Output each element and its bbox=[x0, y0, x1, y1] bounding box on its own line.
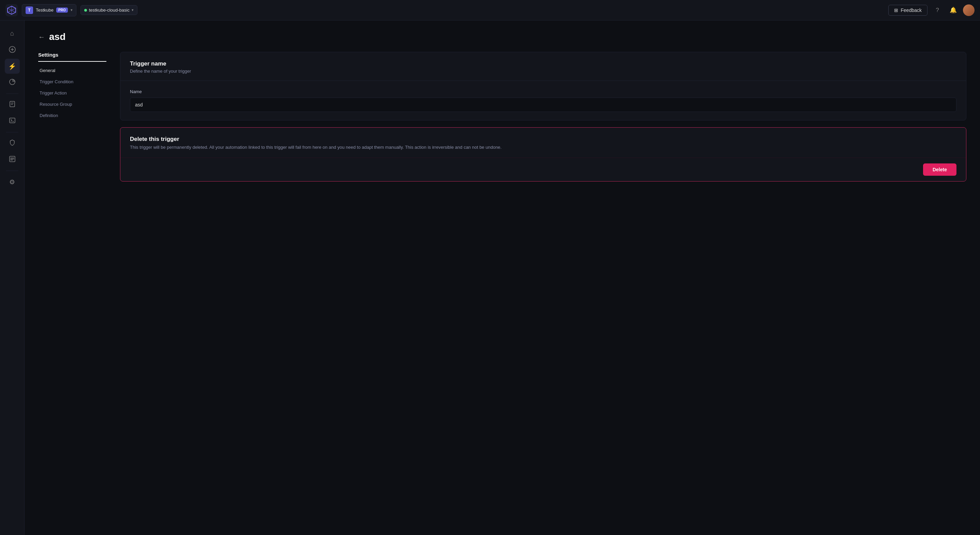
feedback-button[interactable]: ⊞ Feedback bbox=[888, 5, 928, 16]
add-icon bbox=[8, 46, 16, 54]
user-avatar[interactable] bbox=[963, 5, 975, 16]
left-nav-item-general[interactable]: General bbox=[38, 65, 107, 76]
topnav-right: ⊞ Feedback ? 🔔 bbox=[888, 5, 975, 16]
env-selector[interactable]: testkube-cloud-basic ▾ bbox=[81, 5, 137, 15]
svg-rect-4 bbox=[10, 118, 15, 123]
delete-panel-header: Delete this trigger This trigger will be… bbox=[120, 128, 966, 158]
security-icon bbox=[9, 139, 16, 148]
chevron-down-icon: ▾ bbox=[71, 8, 73, 12]
delete-button[interactable]: Delete bbox=[923, 163, 956, 176]
delete-panel: Delete this trigger This trigger will be… bbox=[120, 127, 966, 182]
help-icon: ? bbox=[935, 7, 939, 14]
sidebar-item-settings[interactable]: ⚙ bbox=[5, 174, 20, 189]
sidebar-item-triggers[interactable]: ⚡ bbox=[5, 59, 20, 74]
tests-icon bbox=[9, 101, 16, 109]
help-button[interactable]: ? bbox=[932, 5, 943, 16]
name-label: Name bbox=[130, 89, 956, 94]
sidebar-item-analytics[interactable] bbox=[5, 75, 20, 90]
page-title: asd bbox=[49, 31, 65, 42]
trigger-name-panel: Trigger name Define the name of your tri… bbox=[120, 52, 966, 120]
delete-panel-footer: Delete bbox=[120, 158, 966, 181]
main-layout: ⌂ ⚡ bbox=[0, 21, 980, 535]
sidebar-item-tests[interactable] bbox=[5, 97, 20, 112]
env-status-dot bbox=[84, 9, 87, 11]
delete-panel-description: This trigger will be permanently deleted… bbox=[130, 144, 956, 151]
trigger-name-panel-header: Trigger name Define the name of your tri… bbox=[120, 52, 966, 81]
left-nav-item-resource-group[interactable]: Resource Group bbox=[38, 99, 107, 110]
pro-badge: PRO bbox=[56, 8, 68, 13]
sidebar-item-security[interactable] bbox=[5, 136, 20, 151]
sidebar-item-logs[interactable] bbox=[5, 152, 20, 167]
org-name: Testkube bbox=[36, 8, 54, 13]
chevron-down-icon: ▾ bbox=[132, 8, 134, 12]
logo-icon[interactable] bbox=[5, 4, 18, 16]
trigger-name-panel-title: Trigger name bbox=[130, 61, 956, 67]
left-nav: Settings General Trigger Condition Trigg… bbox=[38, 52, 107, 182]
name-input[interactable] bbox=[130, 97, 956, 112]
home-icon: ⌂ bbox=[10, 30, 14, 37]
left-nav-item-definition[interactable]: Definition bbox=[38, 110, 107, 121]
topnav: T Testkube PRO ▾ testkube-cloud-basic ▾ … bbox=[0, 0, 980, 21]
sidebar-item-scripts[interactable] bbox=[5, 113, 20, 129]
trigger-name-panel-body: Name bbox=[120, 81, 966, 120]
analytics-icon bbox=[9, 78, 16, 87]
sidebar: ⌂ ⚡ bbox=[0, 21, 25, 535]
scripts-icon bbox=[9, 117, 16, 126]
svg-rect-3 bbox=[10, 101, 15, 107]
sidebar-divider-3 bbox=[6, 171, 18, 171]
page-header: ← asd bbox=[38, 31, 966, 42]
left-nav-item-trigger-condition[interactable]: Trigger Condition bbox=[38, 77, 107, 87]
delete-panel-title: Delete this trigger bbox=[130, 136, 956, 143]
bell-icon: 🔔 bbox=[950, 6, 957, 14]
left-nav-items: General Trigger Condition Trigger Action… bbox=[38, 65, 107, 121]
sidebar-divider-2 bbox=[6, 132, 18, 133]
content-area: ← asd Settings General Trigger Condition… bbox=[25, 21, 980, 535]
back-button[interactable]: ← bbox=[38, 33, 45, 41]
left-nav-title: Settings bbox=[38, 52, 107, 62]
settings-icon: ⚙ bbox=[9, 178, 15, 186]
panels-area: Trigger name Define the name of your tri… bbox=[120, 52, 966, 182]
feedback-label: Feedback bbox=[901, 8, 922, 13]
slack-icon: ⊞ bbox=[894, 8, 898, 13]
org-initial: T bbox=[25, 6, 33, 14]
env-name: testkube-cloud-basic bbox=[89, 8, 130, 13]
triggers-icon: ⚡ bbox=[8, 62, 16, 70]
trigger-name-panel-subtitle: Define the name of your trigger bbox=[130, 69, 956, 74]
left-nav-item-trigger-action[interactable]: Trigger Action bbox=[38, 88, 107, 98]
workspace-selector[interactable]: T Testkube PRO ▾ bbox=[22, 4, 76, 16]
sidebar-item-add[interactable] bbox=[5, 42, 20, 57]
inner-layout: Settings General Trigger Condition Trigg… bbox=[38, 52, 966, 182]
logs-icon bbox=[9, 156, 16, 164]
notifications-button[interactable]: 🔔 bbox=[947, 5, 959, 16]
sidebar-item-home[interactable]: ⌂ bbox=[5, 26, 20, 41]
